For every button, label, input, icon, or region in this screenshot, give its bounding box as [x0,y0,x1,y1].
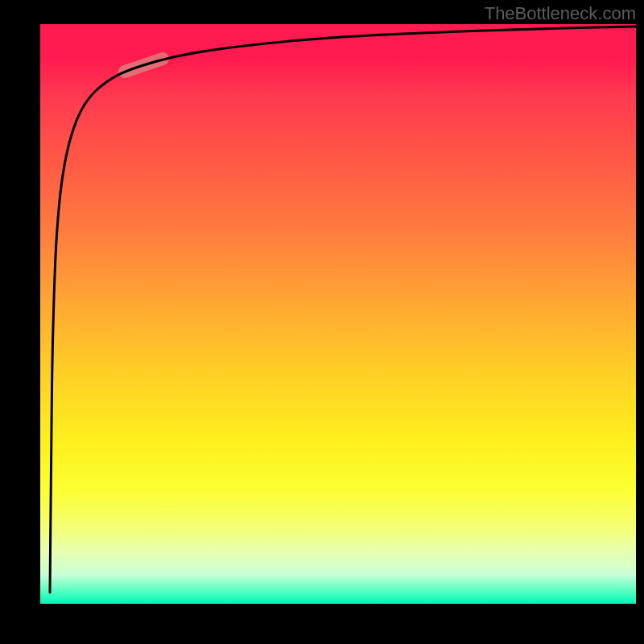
chart-svg [40,24,636,604]
main-curve [50,27,636,592]
chart-frame: TheBottleneck.com [0,0,644,644]
watermark-text: TheBottleneck.com [485,3,636,24]
